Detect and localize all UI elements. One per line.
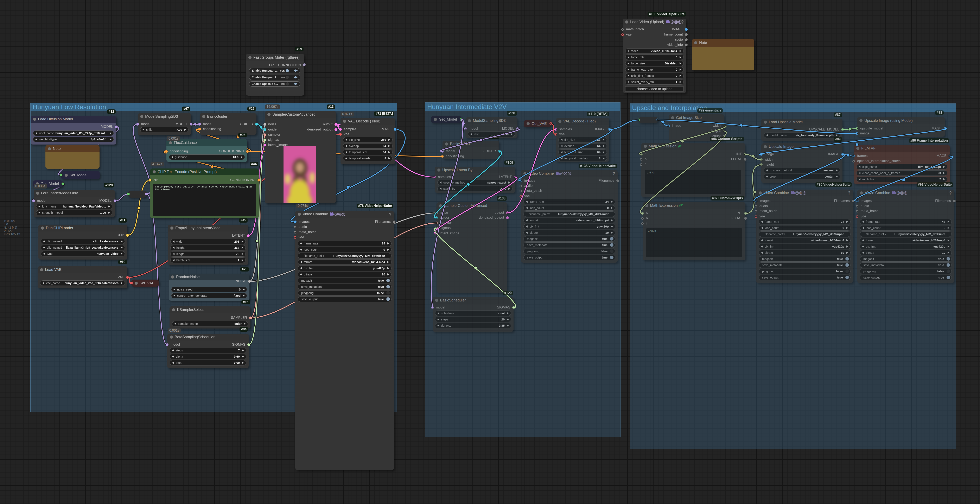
svg-text:V: V bbox=[671, 21, 673, 23]
svg-text:S: S bbox=[343, 213, 344, 215]
svg-text:H: H bbox=[675, 21, 677, 23]
svg-text:V: V bbox=[335, 213, 337, 215]
svg-text:S: S bbox=[679, 21, 680, 23]
svg-text:H: H bbox=[339, 213, 340, 215]
